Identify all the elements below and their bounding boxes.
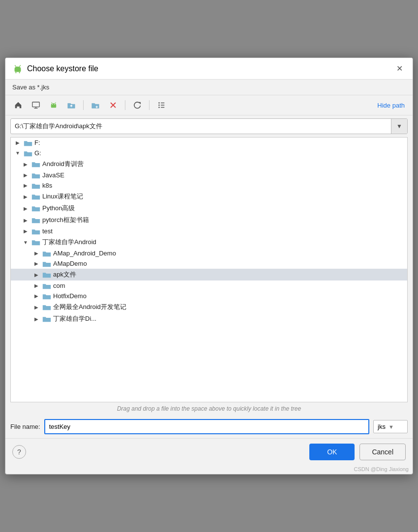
folder-up-button[interactable] <box>63 98 79 112</box>
expander-g: ▼ <box>14 150 22 156</box>
tree-item-partial[interactable]: ▶ 丁家雄自学Di... <box>11 313 407 325</box>
label-test: test <box>42 227 53 235</box>
android-title-icon <box>12 63 23 74</box>
label-f-drive: F: <box>34 139 40 146</box>
path-dropdown-button[interactable]: ▼ <box>391 119 407 134</box>
folder-icon-hotfix <box>42 293 51 300</box>
label-amapdemo: AMapDemo <box>53 260 87 267</box>
label-g-drive: G: <box>34 149 41 157</box>
folder-icon-apk <box>42 271 51 278</box>
path-bar: ▼ <box>10 118 408 134</box>
svg-point-10 <box>54 104 55 105</box>
filename-input[interactable] <box>44 419 369 434</box>
label-amap-demo: AMap_Android_Demo <box>53 250 116 257</box>
title-bar-left: Choose keystore file <box>12 63 98 74</box>
drag-hint: Drag and drop a file into the space abov… <box>5 402 413 415</box>
tree-item-djx-android[interactable]: ▼ 丁家雄自学Android <box>11 236 407 248</box>
tree-item-python[interactable]: ▶ Python高级 <box>11 202 407 214</box>
folder-icon-pytorch <box>31 217 40 224</box>
expander-com: ▶ <box>32 283 40 288</box>
details-button[interactable] <box>153 98 169 112</box>
folder-icon-javase <box>31 172 40 179</box>
expander-android-qxy: ▶ <box>22 162 30 167</box>
cancel-button[interactable]: Cancel <box>359 444 406 460</box>
filename-label: File name: <box>10 423 40 430</box>
close-button[interactable]: ✕ <box>393 63 406 74</box>
tree-item-amapdemo[interactable]: ▶ AMapDemo <box>11 258 407 269</box>
hide-path-button[interactable]: Hide path <box>374 100 408 111</box>
tree-item-f-drive[interactable]: ▶ F: <box>11 138 407 148</box>
tree-item-k8s[interactable]: ▶ k8s <box>11 180 407 191</box>
expander-python: ▶ <box>22 206 30 211</box>
folder-icon-partial <box>42 315 51 322</box>
tree-item-javase[interactable]: ▶ JavaSE <box>11 170 407 180</box>
folder-icon-f <box>24 140 32 146</box>
tree-item-hotfix[interactable]: ▶ HotfixDemo <box>11 291 407 301</box>
folder-icon-test <box>31 228 40 235</box>
tree-item-linux[interactable]: ▶ Linux课程笔记 <box>11 191 407 202</box>
ok-button[interactable]: OK <box>309 444 355 460</box>
extension-value: jks <box>378 423 386 430</box>
label-com: com <box>53 282 65 289</box>
folder-icon-all-android <box>42 304 51 310</box>
home-icon <box>14 101 23 110</box>
svg-line-3 <box>20 65 21 66</box>
tree-item-amap-demo[interactable]: ▶ AMap_Android_Demo <box>11 248 407 258</box>
label-apk: apk文件 <box>53 270 76 279</box>
path-dropdown-arrow: ▼ <box>396 123 402 130</box>
tree-item-com[interactable]: ▶ com <box>11 280 407 291</box>
tree-item-apk[interactable]: ▶ apk文件 <box>11 269 407 280</box>
delete-button[interactable] <box>105 98 121 112</box>
tree-item-android-qxy[interactable]: ▶ Android青训营 <box>11 158 407 170</box>
watermark: CSDN @Ding Jiaxiong <box>5 465 413 474</box>
android-nav-button[interactable] <box>46 98 61 112</box>
home-button[interactable] <box>10 98 26 112</box>
svg-rect-6 <box>32 102 39 107</box>
folder-icon-com <box>42 282 51 289</box>
tree-item-g-drive[interactable]: ▼ G: <box>11 148 407 158</box>
expander-f: ▶ <box>14 140 22 145</box>
expander-partial: ▶ <box>32 316 40 322</box>
toolbar-sep-1 <box>83 100 84 110</box>
folder-up-icon <box>67 101 76 110</box>
desktop-icon <box>31 101 40 110</box>
folder-icon-g <box>24 150 32 157</box>
expander-javase: ▶ <box>22 172 30 178</box>
svg-rect-4 <box>15 72 16 73</box>
label-partial: 丁家雄自学Di... <box>53 314 96 323</box>
label-python: Python高级 <box>42 204 75 213</box>
tree-item-test[interactable]: ▶ test <box>11 226 407 236</box>
help-button[interactable]: ? <box>12 445 26 459</box>
dialog-title: Choose keystore file <box>27 64 98 73</box>
choose-keystore-dialog: Choose keystore file ✕ Save as *.jks <box>5 57 413 475</box>
svg-line-11 <box>52 103 52 104</box>
action-buttons: OK Cancel <box>309 444 406 460</box>
expander-amap-demo: ▶ <box>32 251 40 256</box>
svg-point-17 <box>158 102 160 104</box>
extension-dropdown[interactable]: jks ▼ <box>373 420 408 433</box>
new-folder-button[interactable] <box>88 98 103 112</box>
expander-pytorch: ▶ <box>22 218 30 223</box>
label-all-android: 全网最全Android开发笔记 <box>53 303 126 311</box>
desktop-button[interactable] <box>28 98 44 112</box>
label-hotfix: HotfixDemo <box>53 292 87 300</box>
toolbar-sep-2 <box>125 100 125 110</box>
file-tree[interactable]: ▶ F: ▼ G: ▶ Android青训营 ▶ <box>10 137 408 402</box>
dialog-subtitle: Save as *.jks <box>5 80 413 95</box>
svg-point-18 <box>158 105 160 106</box>
delete-icon <box>109 101 118 110</box>
refresh-button[interactable] <box>129 98 145 112</box>
folder-icon-linux <box>31 193 40 200</box>
label-pytorch: pytorch框架书籍 <box>42 216 89 224</box>
label-javase: JavaSE <box>42 171 64 179</box>
tree-item-all-android[interactable]: ▶ 全网最全Android开发笔记 <box>11 301 407 313</box>
svg-point-9 <box>52 104 53 105</box>
folder-icon-python <box>31 205 40 212</box>
tree-item-pytorch[interactable]: ▶ pytorch框架书籍 <box>11 214 407 226</box>
svg-line-12 <box>55 103 56 104</box>
toolbar-sep-3 <box>149 100 149 110</box>
path-input[interactable] <box>11 120 391 133</box>
svg-line-2 <box>15 65 16 66</box>
folder-icon-android-qxy <box>31 161 40 168</box>
expander-test: ▶ <box>22 228 30 234</box>
